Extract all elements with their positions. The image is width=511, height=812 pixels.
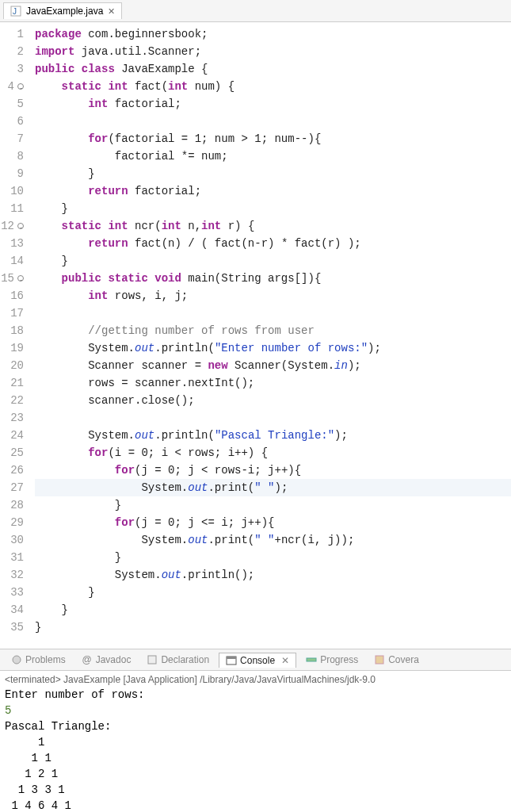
bottom-pane-tabs: Problems @ Javadoc Declaration Console ✕… [0,649,511,671]
fold-toggle-icon[interactable] [17,83,24,90]
code-line[interactable]: for(j = 0; j <= i; j++){ [35,514,511,531]
code-line[interactable] [35,409,511,427]
code-line[interactable]: System.out.println(); [35,566,511,584]
code-line[interactable]: } [35,252,511,270]
code-line[interactable]: public class JavaExample { [35,60,511,78]
code-line[interactable]: } [35,584,511,601]
tab-javadoc[interactable]: @ Javadoc [75,653,138,667]
code-line[interactable]: rows = scanner.nextInt(); [35,374,511,392]
progress-icon [306,654,317,665]
line-number: 19 [0,339,24,357]
line-number: 17 [0,304,24,322]
tab-problems[interactable]: Problems [5,653,72,667]
code-line[interactable]: int factorial; [35,95,511,113]
code-line[interactable]: for(i = 0; i < rows; i++) { [35,444,511,462]
editor-tab-active[interactable]: J JavaExample.java ✕ [3,2,122,19]
svg-rect-3 [148,656,156,664]
console-output[interactable]: Enter number of rows: 5 Pascal Triangle:… [5,687,506,812]
line-number: 4 [0,78,24,95]
line-number: 16 [0,287,24,304]
code-line[interactable]: return fact(n) / ( fact(n-r) * fact(r) )… [35,235,511,252]
line-number: 25 [0,444,24,462]
line-number: 21 [0,374,24,392]
tab-coverage-label: Covera [388,654,419,665]
line-number: 7 [0,130,24,147]
line-number: 20 [0,357,24,374]
line-number: 23 [0,409,24,427]
code-line[interactable] [35,304,511,322]
code-line[interactable] [35,113,511,130]
tab-progress-label: Progress [320,654,358,665]
console-pane: <terminated> JavaExample [Java Applicati… [0,671,511,812]
code-line[interactable]: Scanner scanner = new Scanner(System.in)… [35,357,511,374]
code-line[interactable]: } [35,601,511,619]
code-line[interactable]: //getting number of rows from user [35,322,511,339]
line-number: 22 [0,392,24,409]
line-number: 2 [0,43,24,60]
line-number: 33 [0,584,24,601]
editor-tab-bar: J JavaExample.java ✕ [0,0,511,22]
console-status: <terminated> JavaExample [Java Applicati… [5,674,506,687]
line-number: 8 [0,147,24,165]
tab-declaration[interactable]: Declaration [140,653,215,667]
fold-toggle-icon[interactable] [17,275,24,282]
line-number: 30 [0,531,24,549]
tab-declaration-label: Declaration [161,654,209,665]
line-number: 9 [0,165,24,182]
editor-tab-filename: JavaExample.java [26,6,103,17]
code-line[interactable]: int rows, i, j; [35,287,511,304]
close-icon[interactable]: ✕ [108,6,115,17]
code-line[interactable]: import java.util.Scanner; [35,43,511,60]
line-number: 29 [0,514,24,531]
code-line[interactable]: System.out.print(" "+ncr(i, j)); [35,531,511,549]
line-number: 15 [0,270,24,287]
tab-javadoc-label: Javadoc [96,654,132,665]
line-number: 14 [0,252,24,270]
svg-rect-7 [376,656,383,664]
code-line[interactable]: scanner.close(); [35,392,511,409]
code-line[interactable]: } [35,619,511,636]
code-line[interactable]: System.out.println("Pascal Triangle:"); [35,427,511,444]
svg-rect-6 [307,658,316,661]
code-line[interactable]: public static void main(String args[]){ [35,270,511,287]
line-number: 13 [0,235,24,252]
line-number: 5 [0,95,24,113]
code-line[interactable]: for(j = 0; j < rows-i; j++){ [35,462,511,479]
code-line[interactable]: } [35,549,511,566]
code-editor[interactable]: 1234567891011121314151617181920212223242… [0,22,511,649]
code-line[interactable]: factorial *= num; [35,147,511,165]
line-number: 31 [0,549,24,566]
java-file-icon: J [10,6,21,17]
svg-rect-5 [227,657,236,659]
line-number: 28 [0,496,24,514]
close-icon[interactable]: ✕ [281,655,289,666]
svg-text:J: J [13,7,17,16]
line-number: 11 [0,200,24,217]
code-line[interactable]: static int ncr(int n,int r) { [35,217,511,235]
fold-toggle-icon[interactable] [17,223,24,229]
code-line[interactable]: package com.beginnersbook; [35,25,511,43]
tab-console[interactable]: Console ✕ [219,653,296,668]
line-number: 26 [0,462,24,479]
line-number: 24 [0,427,24,444]
line-number: 6 [0,113,24,130]
tab-problems-label: Problems [25,654,66,665]
tab-coverage[interactable]: Covera [368,653,425,667]
console-icon [226,655,237,666]
code-line[interactable]: System.out.println("Enter number of rows… [35,339,511,357]
line-number: 35 [0,619,24,636]
tab-progress[interactable]: Progress [299,653,364,667]
line-number: 27 [0,479,24,496]
code-line[interactable]: } [35,165,511,182]
svg-point-2 [13,656,21,664]
code-line[interactable]: } [35,496,511,514]
coverage-icon [374,654,385,665]
code-line[interactable]: return factorial; [35,182,511,200]
code-area[interactable]: package com.beginnersbook;import java.ut… [29,22,511,649]
line-number: 1 [0,25,24,43]
line-number-gutter: 1234567891011121314151617181920212223242… [0,22,29,649]
code-line[interactable]: System.out.print(" "); [35,479,511,496]
code-line[interactable]: static int fact(int num) { [35,78,511,95]
code-line[interactable]: } [35,200,511,217]
code-line[interactable]: for(factorial = 1; num > 1; num--){ [35,130,511,147]
